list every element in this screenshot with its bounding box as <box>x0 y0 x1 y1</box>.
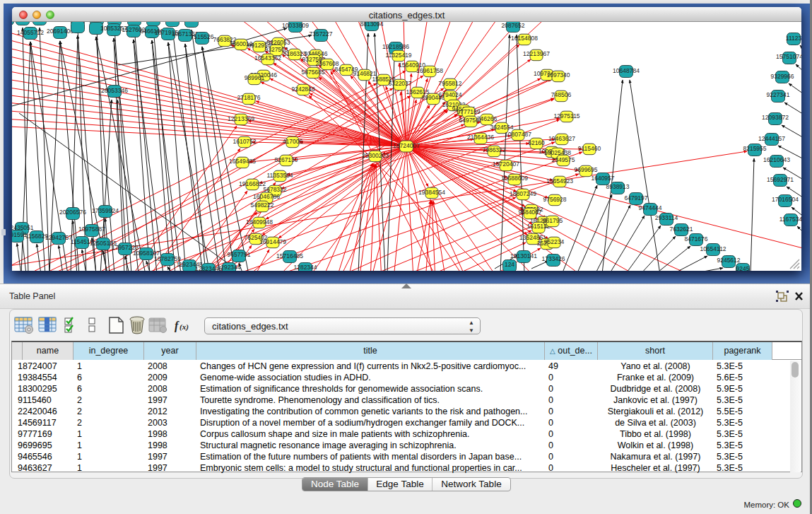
svg-text:8471676: 8471676 <box>684 235 707 243</box>
svg-text:16543362: 16543362 <box>254 54 281 62</box>
svg-text:62160: 62160 <box>528 139 545 146</box>
svg-text:14055712: 14055712 <box>17 29 44 36</box>
svg-text:19384554: 19384554 <box>418 189 445 196</box>
svg-text:15692971: 15692971 <box>767 176 794 183</box>
svg-text:1640957: 1640957 <box>591 175 614 182</box>
svg-text:10648784: 10648784 <box>613 67 640 74</box>
svg-text:11325419: 11325419 <box>385 52 411 59</box>
svg-text:961795: 961795 <box>543 217 563 224</box>
svg-text:8813094: 8813094 <box>360 22 383 28</box>
svg-text:11353594: 11353594 <box>266 172 293 179</box>
svg-text:7632621: 7632621 <box>669 226 693 233</box>
svg-text:12093872: 12093872 <box>762 114 789 121</box>
svg-text:16046786: 16046786 <box>253 193 280 200</box>
svg-text:952234: 952234 <box>544 238 565 245</box>
svg-text:9684067: 9684067 <box>518 209 541 216</box>
svg-text:16210643: 16210643 <box>763 156 790 163</box>
svg-text:15654923: 15654923 <box>546 177 573 185</box>
svg-text:9115460: 9115460 <box>578 145 601 152</box>
svg-text:5498222: 5498222 <box>250 201 273 209</box>
svg-text:f: f <box>175 320 180 332</box>
svg-text:17359924: 17359924 <box>92 207 119 214</box>
svg-text:16961758: 16961758 <box>416 67 443 74</box>
svg-text:7986322: 7986322 <box>482 146 505 153</box>
svg-text:9699695: 9699695 <box>574 166 597 173</box>
svg-text:15716485: 15716485 <box>276 252 303 259</box>
svg-text:9227341: 9227341 <box>766 91 789 98</box>
svg-text:16914479: 16914479 <box>259 238 286 245</box>
svg-text:1292344: 1292344 <box>217 264 240 271</box>
svg-text:19166822: 19166822 <box>239 180 266 187</box>
svg-text:10807487: 10807487 <box>505 131 531 138</box>
svg-text:(x): (x) <box>180 322 189 332</box>
svg-text:16549485: 16549485 <box>229 158 256 165</box>
svg-text:989961: 989961 <box>245 74 265 81</box>
svg-text:10688609: 10688609 <box>501 175 528 182</box>
svg-text:7515526: 7515526 <box>190 33 213 40</box>
svg-text:9474444: 9474444 <box>638 204 661 211</box>
svg-text:6794024: 6794024 <box>438 91 461 98</box>
svg-text:6322037: 6322037 <box>388 80 411 87</box>
svg-text:15130141: 15130141 <box>510 252 537 259</box>
svg-text:7357227: 7357227 <box>309 30 332 37</box>
svg-text:2933114: 2933114 <box>655 214 678 221</box>
svg-text:9245: 9245 <box>736 265 750 271</box>
svg-text:2087652: 2087652 <box>501 22 524 29</box>
svg-text:9657791: 9657791 <box>227 251 250 258</box>
svg-text:8267130: 8267130 <box>274 156 298 163</box>
svg-text:124: 124 <box>505 261 514 268</box>
svg-text:12213369: 12213369 <box>228 115 254 122</box>
svg-text:5678332: 5678332 <box>263 186 286 193</box>
svg-text:18724007: 18724007 <box>393 142 420 149</box>
svg-text:746266: 746266 <box>477 115 498 122</box>
svg-text:20691406: 20691406 <box>47 28 73 35</box>
svg-text:11123: 11123 <box>786 35 801 42</box>
svg-text:10654112: 10654112 <box>700 245 726 252</box>
svg-text:20206576: 20206576 <box>59 209 86 216</box>
svg-text:21364436: 21364436 <box>467 134 494 141</box>
svg-text:1167534: 1167534 <box>779 216 801 223</box>
svg-text:9245612: 9245612 <box>717 257 740 264</box>
svg-text:8938913: 8938913 <box>606 183 629 190</box>
svg-text:17016504: 17016504 <box>772 196 799 203</box>
svg-text:6479197: 6479197 <box>624 194 647 201</box>
svg-text:12444157: 12444157 <box>758 135 785 142</box>
svg-text:2718176: 2718176 <box>237 94 260 101</box>
svg-text:748506: 748506 <box>551 91 572 98</box>
svg-text:9756928: 9756928 <box>543 196 566 203</box>
svg-text:19463627: 19463627 <box>548 135 575 142</box>
svg-text:7955812: 7955812 <box>438 80 461 87</box>
svg-text:3624554: 3624554 <box>490 124 513 131</box>
svg-text:16154808: 16154808 <box>511 35 538 42</box>
svg-text:9777169: 9777169 <box>457 108 480 115</box>
svg-text:8215955: 8215955 <box>743 145 766 152</box>
svg-text:1282344: 1282344 <box>293 264 317 271</box>
svg-text:1097340: 1097340 <box>546 71 570 78</box>
svg-text:10975887: 10975887 <box>78 226 105 233</box>
svg-text:12942757: 12942757 <box>45 234 72 241</box>
svg-text:1610752: 1610752 <box>233 138 256 145</box>
svg-text:2349575: 2349575 <box>551 156 575 163</box>
svg-text:1733426: 1733426 <box>541 255 565 262</box>
svg-text:19218586: 19218586 <box>382 43 409 50</box>
svg-text:15751074: 15751074 <box>776 53 801 60</box>
svg-text:12975115: 12975115 <box>553 112 579 119</box>
svg-text:25300203: 25300203 <box>362 152 389 159</box>
svg-text:9242848: 9242848 <box>291 86 314 93</box>
svg-text:18409948: 18409948 <box>246 218 273 226</box>
svg-text:18807249: 18807249 <box>510 190 536 197</box>
svg-text:15720407: 15720407 <box>493 160 519 168</box>
svg-text:417006: 417006 <box>283 138 303 145</box>
svg-text:9329966: 9329966 <box>770 73 794 80</box>
svg-text:12213967: 12213967 <box>523 50 550 57</box>
svg-text:5875685: 5875685 <box>301 69 324 76</box>
svg-text:10033809: 10033809 <box>282 22 309 29</box>
svg-text:26053346: 26053346 <box>101 87 128 94</box>
